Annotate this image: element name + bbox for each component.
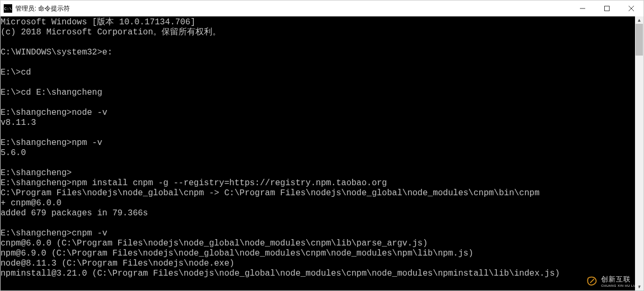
terminal-line: npm@6.9.0 (C:\Program Files\nodejs\node_…: [1, 249, 635, 259]
window-title: 管理员: 命令提示符: [15, 4, 70, 13]
scroll-down-button[interactable]: ▼: [635, 283, 643, 290]
svg-rect-1: [605, 6, 610, 11]
terminal-line: E:\shangcheng>: [1, 168, 635, 178]
terminal-line: + cnpm@6.0.0: [1, 198, 635, 208]
terminal-line: (c) 2018 Microsoft Corporation。保留所有权利。: [1, 28, 635, 38]
terminal-line: [1, 219, 635, 229]
title-bar[interactable]: C:\ 管理员: 命令提示符: [1, 1, 643, 16]
terminal-line: E:\shangcheng>npm -v: [1, 138, 635, 148]
terminal-line: E:\>cd: [1, 68, 635, 78]
minimize-button[interactable]: [570, 1, 595, 16]
terminal-line: [1, 78, 635, 88]
terminal-line: [1, 58, 635, 68]
terminal-line: node@8.11.3 (C:\Program Files\nodejs\nod…: [1, 259, 635, 269]
terminal-line: [1, 158, 635, 168]
terminal-line: C:\WINDOWS\system32>e:: [1, 48, 635, 58]
close-icon: [629, 6, 634, 11]
window-controls: [570, 1, 643, 16]
cmd-window: C:\ 管理员: 命令提示符 Microsoft Windows [版本 10.…: [0, 0, 644, 291]
terminal-line: E:\shangcheng>npm install cnpm -g --regi…: [1, 178, 635, 188]
minimize-icon: [580, 6, 585, 11]
terminal-output[interactable]: Microsoft Windows [版本 10.0.17134.706](c)…: [1, 16, 635, 290]
scrollbar-thumb[interactable]: [636, 24, 643, 56]
terminal-line: added 679 packages in 79.366s: [1, 208, 635, 219]
vertical-scrollbar[interactable]: ▲ ▼: [635, 16, 643, 290]
terminal-line: npminstall@3.21.0 (C:\Program Files\node…: [1, 269, 635, 279]
terminal-line: [1, 98, 635, 108]
terminal-line: C:\Program Files\nodejs\node_global\cnpm…: [1, 188, 635, 198]
client-area: Microsoft Windows [版本 10.0.17134.706](c)…: [1, 16, 643, 290]
terminal-line: E:\>cd E:\shangcheng: [1, 88, 635, 98]
close-button[interactable]: [619, 1, 643, 16]
terminal-line: Microsoft Windows [版本 10.0.17134.706]: [1, 17, 635, 28]
terminal-line: E:\shangcheng>node -v: [1, 108, 635, 118]
terminal-line: v8.11.3: [1, 118, 635, 128]
terminal-line: [1, 38, 635, 48]
cmd-app-icon: C:\: [4, 4, 12, 13]
terminal-line: 5.6.0: [1, 148, 635, 158]
terminal-line: E:\shangcheng>cnpm -v: [1, 229, 635, 239]
maximize-icon: [604, 6, 610, 11]
terminal-line: [1, 128, 635, 138]
maximize-button[interactable]: [595, 1, 619, 16]
terminal-line: cnpm@6.0.0 (C:\Program Files\nodejs\node…: [1, 239, 635, 249]
scroll-up-button[interactable]: ▲: [635, 16, 643, 24]
